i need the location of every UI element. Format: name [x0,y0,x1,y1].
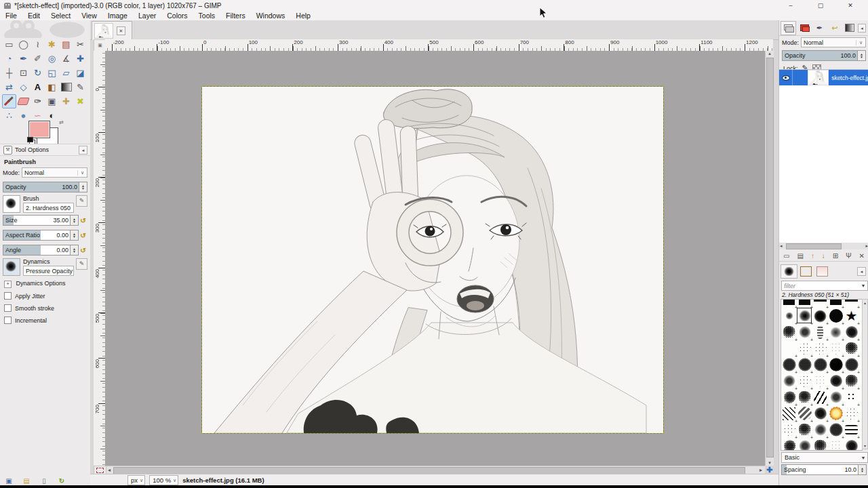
tool-paintbrush[interactable] [2,94,16,108]
tool-free-select[interactable]: ≀ [31,37,45,52]
tab-channels[interactable] [797,22,811,35]
brush-cell[interactable] [812,422,828,438]
close-button[interactable]: ✕ [835,0,865,11]
brush-cell[interactable] [844,438,859,451]
brush-cell[interactable] [812,324,828,340]
brush-cell[interactable] [828,324,844,340]
brush-cell[interactable] [828,422,844,438]
menu-filters[interactable]: Filters [220,11,251,20]
image-tab[interactable]: ✕ [92,21,132,40]
brush-cell[interactable] [828,340,844,357]
menu-help[interactable]: Help [290,11,316,20]
brush-cell[interactable] [828,373,844,389]
tool-ellipse-select[interactable]: ◯ [16,37,31,52]
tab-brushes[interactable] [781,264,797,279]
minimize-button[interactable]: – [776,0,806,11]
menu-image[interactable]: Image [102,11,133,20]
tool-move[interactable]: ✚ [73,52,87,66]
brush-cell[interactable] [797,324,812,340]
reset-tool-icon[interactable]: ↻ [53,477,71,485]
tool-scissors-select[interactable]: ✂ [73,37,87,52]
brush-cell[interactable] [812,299,828,308]
tool-color-picker[interactable]: ✐ [31,52,45,66]
brush-cell[interactable] [812,438,828,451]
restore-preset-icon[interactable]: ▤ [18,477,35,485]
brush-cell[interactable] [844,340,859,357]
layer-list-scrollbar[interactable]: ◂ ▸ [779,243,868,249]
brush-cell[interactable] [812,373,828,389]
canvas-viewport[interactable] [105,51,765,466]
new-group-button[interactable]: ▤ [797,252,803,260]
tool-shear[interactable]: ▱ [59,66,73,80]
tool-scale[interactable]: ◱ [45,66,59,80]
brush-cell[interactable] [797,340,812,357]
tool-perspective[interactable]: ◪ [73,66,87,80]
raise-layer-button[interactable]: ↑ [811,252,814,260]
tool-select-by-color[interactable]: ▤ [59,37,73,52]
tool-crop[interactable]: ⊡ [16,66,31,80]
scroll-left-icon[interactable]: ◂ [780,243,783,249]
menu-windows[interactable]: Windows [251,11,291,20]
lower-layer-button[interactable]: ↓ [822,252,825,260]
brush-cell[interactable] [844,389,859,405]
scroll-down-icon[interactable]: ▾ [766,460,774,466]
menu-file[interactable]: File [0,11,22,20]
delete-preset-icon[interactable]: ▯ [35,477,53,485]
brush-cell[interactable] [812,308,828,324]
tool-measure[interactable]: ∡ [59,52,73,66]
brush-cell[interactable] [781,308,797,324]
tab-images[interactable] [842,22,856,35]
brush-cell[interactable] [844,324,859,340]
layer-opacity-slider[interactable]: Opacity 100.0 ▲▼ [782,50,866,61]
menu-view[interactable]: View [76,11,102,20]
tool-flip[interactable]: ⇄ [2,80,16,94]
menu-layer[interactable]: Layer [133,11,161,20]
brush-cell[interactable] [828,308,844,324]
menu-colors[interactable]: Colors [161,11,193,20]
scroll-up-icon[interactable]: ▴ [863,300,867,305]
tab-gradients[interactable] [814,265,830,278]
brush-cell[interactable] [844,422,859,438]
dynamics-name-entry[interactable]: Pressure Opacity [23,266,74,276]
reset-size-icon[interactable]: ↺ [79,217,87,224]
reset-aspect-icon[interactable]: ↺ [79,232,87,239]
menu-tools[interactable]: Tools [193,11,221,20]
brush-cell[interactable] [781,438,797,451]
brush-cell[interactable] [828,389,844,405]
tab-undo-history[interactable]: ↩ [827,22,842,35]
brush-cell[interactable] [797,405,812,422]
tool-gradient[interactable] [59,80,73,94]
tab-layers[interactable] [781,21,796,35]
brush-cell[interactable] [844,299,859,308]
brush-cell[interactable] [797,438,812,451]
tool-text[interactable]: A [31,80,45,94]
new-layer-button[interactable]: ▭ [783,252,789,260]
edit-brush-icon[interactable]: ✎ [76,195,87,207]
scroll-right-icon[interactable]: ▸ [865,243,868,249]
brush-filter-input[interactable]: filter ▼ [781,281,868,291]
spinner-arrows-icon[interactable]: ▲▼ [857,51,865,60]
tool-airbrush[interactable]: ∴ [2,108,16,123]
brush-cell[interactable] [797,389,812,405]
vertical-scrollbar[interactable]: ▴ ▾ [765,51,774,466]
dynamics-thumbnail[interactable] [3,258,20,276]
spinner-arrows-icon[interactable]: ▲▼ [70,216,78,225]
tool-foreground-select[interactable]: ◔ [2,52,16,66]
tool-paths[interactable]: ✒ [16,52,31,66]
scroll-up-icon[interactable]: ▴ [766,51,774,56]
maximize-button[interactable]: ▢ [806,0,835,11]
menu-edit[interactable]: Edit [22,11,45,20]
brush-cell[interactable] [797,422,812,438]
zoom-select[interactable]: 100 % ∨ [149,475,178,485]
brush-cell[interactable] [797,373,812,389]
tool-bucket-fill[interactable]: ◧ [45,80,59,94]
brush-grid-scrollbar[interactable]: ▴ ▾ [862,299,868,449]
scroll-down-icon[interactable]: ▾ [863,443,867,448]
brush-group-select[interactable]: Basic ▼ [781,452,868,463]
brush-cell[interactable] [781,405,797,422]
edit-dynamics-icon[interactable]: ✎ [76,258,87,270]
brush-cell[interactable] [797,299,812,308]
delete-layer-button[interactable]: ✕ [859,252,865,260]
brush-cell[interactable] [797,357,812,373]
spinner-arrows-icon[interactable]: ▲▼ [70,230,78,240]
